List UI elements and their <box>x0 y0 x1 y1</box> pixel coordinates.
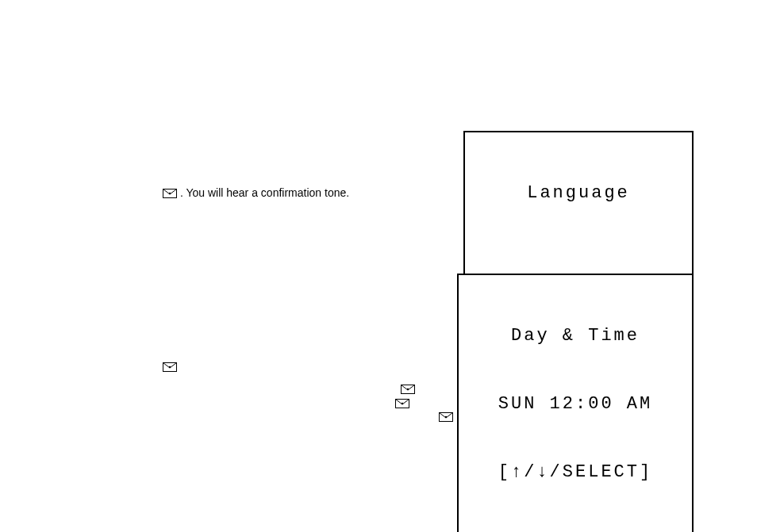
center-envelope-2 <box>395 396 409 409</box>
envelope-icon <box>395 398 409 408</box>
envelope-icon <box>439 411 453 421</box>
svg-point-5 <box>407 388 409 390</box>
center-envelope-1 <box>401 382 415 395</box>
svg-point-7 <box>402 403 403 404</box>
envelope-icon <box>163 362 177 371</box>
lcd-daytime-hint: [↑/↓/SELECT] <box>470 461 681 484</box>
left-lone-envelope <box>163 360 177 373</box>
envelope-icon <box>163 188 177 197</box>
lcd-daytime-value: SUN 12:00 AM <box>470 393 681 416</box>
svg-point-1 <box>169 193 171 194</box>
envelope-icon <box>401 384 415 393</box>
lcd-language-title: Language <box>476 182 681 205</box>
svg-point-3 <box>169 366 171 368</box>
lcd-daytime-box: Day & Time SUN 12:00 AM [↑/↓/SELECT] <box>457 274 694 532</box>
left-confirmation-text: . You will hear a confirmation tone. <box>180 186 349 199</box>
document-page: . You will hear a confirmation tone. <box>0 0 757 532</box>
lcd-daytime-title: Day & Time <box>470 325 681 348</box>
svg-point-9 <box>445 416 447 418</box>
left-confirmation-line: . You will hear a confirmation tone. <box>163 186 349 199</box>
